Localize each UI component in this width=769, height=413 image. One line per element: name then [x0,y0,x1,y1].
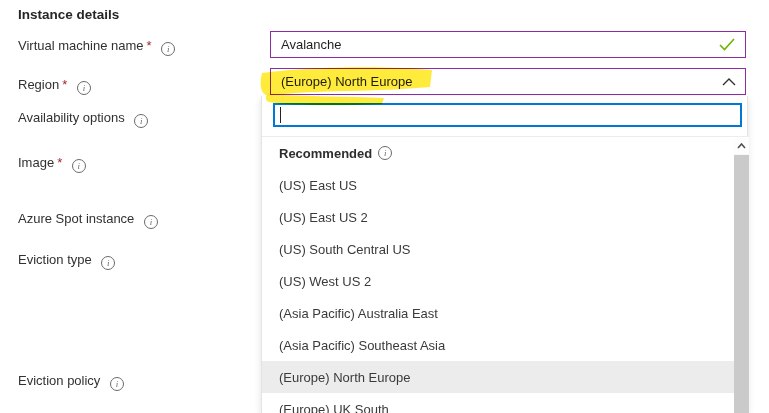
availability-label: Availability options [18,110,125,125]
vm-name-label: Virtual machine name [18,38,144,53]
region-option[interactable]: (US) West US 2 [262,265,734,297]
scroll-up-arrow-icon [737,143,746,149]
vm-name-input[interactable]: Avalanche [270,31,746,58]
chevron-up-icon [722,77,736,87]
region-option[interactable]: (Europe) UK South [262,393,734,413]
eviction-type-label-row: Eviction type i [18,252,115,270]
section-title: Instance details [18,7,119,22]
region-option[interactable]: (US) East US [262,169,734,201]
region-label-row: Region* i [18,77,91,95]
image-label: Image [18,155,54,170]
region-value: (Europe) North Europe [281,74,413,89]
scrollbar[interactable] [734,138,749,413]
info-icon[interactable]: i [101,256,115,270]
eviction-type-label: Eviction type [18,252,92,267]
eviction-policy-label-row: Eviction policy i [18,373,124,391]
info-icon[interactable]: i [161,42,175,56]
azure-spot-label-row: Azure Spot instance i [18,211,158,229]
required-asterisk: * [147,38,152,53]
image-label-row: Image* i [18,155,86,173]
required-asterisk: * [57,155,62,170]
region-search-input[interactable] [273,103,742,127]
instance-details-form: Instance details Virtual machine name* i… [0,0,769,413]
info-icon[interactable]: i [110,377,124,391]
valid-check-icon [719,38,735,51]
region-option-selected[interactable]: (Europe) North Europe [262,361,734,393]
info-icon[interactable]: i [77,81,91,95]
info-icon[interactable]: i [378,146,392,160]
options-group-header: Recommended i [262,137,734,169]
vm-name-label-row: Virtual machine name* i [18,38,175,56]
info-icon[interactable]: i [144,215,158,229]
text-caret [280,107,281,123]
azure-spot-label: Azure Spot instance [18,211,134,226]
scroll-up-button[interactable] [734,138,749,154]
info-icon[interactable]: i [134,114,148,128]
availability-label-row: Availability options i [18,110,148,128]
region-label: Region [18,77,59,92]
scrollbar-thumb[interactable] [734,155,749,413]
region-option[interactable]: (US) South Central US [262,233,734,265]
region-option[interactable]: (US) East US 2 [262,201,734,233]
required-asterisk: * [62,77,67,92]
info-icon[interactable]: i [72,159,86,173]
vm-name-value: Avalanche [281,37,341,52]
eviction-policy-label: Eviction policy [18,373,100,388]
region-dropdown-panel: Recommended i (US) East US (US) East US … [261,96,748,413]
region-combobox[interactable]: (Europe) North Europe [270,68,746,95]
region-options-list: Recommended i (US) East US (US) East US … [262,136,749,413]
region-option[interactable]: (Asia Pacific) Australia East [262,297,734,329]
region-option[interactable]: (Asia Pacific) Southeast Asia [262,329,734,361]
